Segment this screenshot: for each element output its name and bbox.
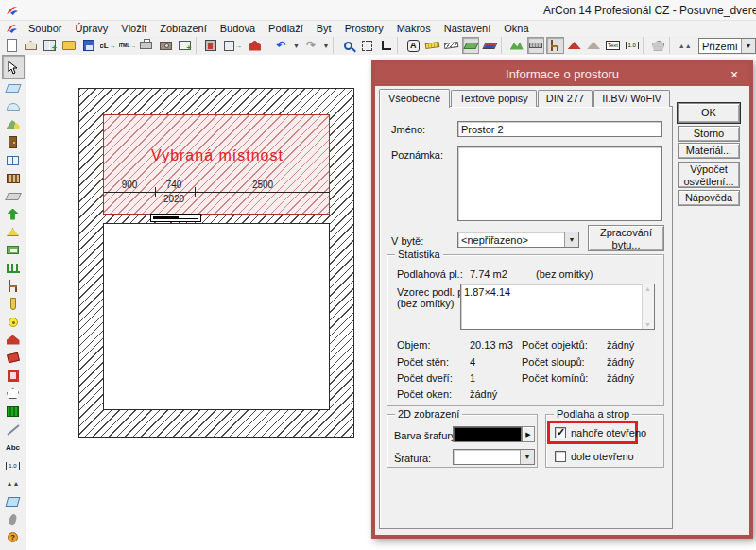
help-icon[interactable]: ?	[2, 528, 25, 546]
green-hatch-icon[interactable]	[2, 403, 25, 421]
zoom-icon[interactable]	[339, 37, 356, 54]
dialog-titlebar[interactable]: Informace o prostoru	[375, 63, 749, 86]
line-icon[interactable]	[2, 421, 25, 438]
building-icon[interactable]	[202, 37, 219, 54]
select-region-icon[interactable]	[359, 37, 376, 54]
menu-podlazi[interactable]: Podlaží	[262, 22, 310, 35]
plan-window-icon[interactable]: →	[222, 37, 245, 54]
door-icon[interactable]	[2, 133, 25, 151]
hatch-color-swatch[interactable]	[453, 426, 522, 442]
column-icon[interactable]	[2, 295, 25, 313]
ok-button[interactable]: OK	[678, 103, 740, 123]
ruler-icon[interactable]	[423, 37, 440, 54]
export-cl-icon[interactable]: cL→	[99, 37, 116, 54]
terrain-icon[interactable]	[507, 37, 524, 54]
save-icon[interactable]	[79, 37, 96, 54]
grey-ruler-icon[interactable]	[527, 37, 544, 54]
scroll-up-icon[interactable]: ▲	[644, 285, 651, 292]
skylight-icon[interactable]	[2, 187, 25, 205]
project-home-icon[interactable]	[246, 37, 263, 54]
wall-icon[interactable]	[2, 79, 25, 97]
sliding-door-symbol[interactable]	[150, 214, 201, 222]
furniture-icon[interactable]	[546, 37, 563, 54]
window-icon[interactable]	[2, 151, 25, 169]
camera-icon[interactable]	[157, 37, 174, 54]
polygon-tool-icon[interactable]	[2, 385, 25, 403]
menu-budova[interactable]: Budova	[214, 22, 262, 35]
floor-selector[interactable]: Přízemí ▼	[698, 38, 756, 54]
text-abc-icon[interactable]: Abc	[2, 438, 25, 456]
bottom-open-checkbox[interactable]	[555, 451, 566, 462]
new-view-icon[interactable]: +	[42, 37, 59, 54]
tab-textove-popisy[interactable]: Textové popisy	[451, 90, 537, 107]
cancel-button[interactable]: Storno	[678, 126, 740, 142]
walkthrough-icon[interactable]	[2, 510, 25, 528]
coordinate-axes-icon[interactable]	[378, 37, 395, 54]
formula-scrollbar[interactable]: ▲ ▼	[642, 284, 654, 329]
menu-prostory[interactable]: Prostory	[338, 22, 390, 35]
light-icon[interactable]	[2, 313, 25, 331]
fence-icon[interactable]	[2, 169, 25, 187]
top-open-checkbox[interactable]	[555, 427, 566, 438]
selected-room[interactable]	[103, 114, 330, 215]
red-plate-icon[interactable]	[2, 349, 25, 367]
menu-vlozit[interactable]: Vložit	[114, 22, 153, 35]
new-screen-icon[interactable]: +	[176, 37, 193, 54]
export-html-icon[interactable]: HTML→	[118, 37, 135, 54]
select-arrow-icon[interactable]	[2, 55, 25, 79]
hatch-ruler-icon[interactable]	[443, 37, 460, 54]
menu-upravy[interactable]: Úpravy	[68, 22, 114, 35]
name-input[interactable]: Prostor 2	[457, 121, 662, 137]
hatch-color-picker-icon[interactable]: ▶	[522, 426, 535, 442]
undo-menu-icon[interactable]: ▼	[292, 37, 301, 54]
open-folder-icon[interactable]	[60, 37, 77, 54]
slope-green-icon[interactable]	[462, 37, 479, 54]
help-button[interactable]: Nápověda	[678, 190, 740, 206]
stairs-icon[interactable]	[2, 205, 25, 223]
process-flat-button[interactable]: Zpracování bytu...	[588, 225, 664, 251]
roof-red-icon[interactable]	[566, 37, 583, 54]
room-outline-icon[interactable]	[2, 367, 25, 385]
roof-grey-icon[interactable]	[585, 37, 602, 54]
new-document-icon[interactable]	[3, 37, 20, 54]
flat-combobox-dropdown-icon[interactable]: ▼	[564, 232, 578, 247]
menu-zobrazeni[interactable]: Zobrazení	[153, 22, 214, 35]
balcony-icon[interactable]	[2, 241, 25, 259]
chair-icon[interactable]	[2, 277, 25, 295]
triangles-icon[interactable]: ▲▲	[677, 37, 694, 54]
material-button[interactable]: Materiál...	[678, 143, 740, 159]
print-icon[interactable]	[138, 37, 155, 54]
menu-nastaveni[interactable]: Nastavení	[438, 22, 498, 35]
flat-combobox[interactable]: <nepřiřazeno> ▼	[457, 232, 579, 248]
menu-makros[interactable]: Makros	[390, 22, 438, 35]
tab-din-277[interactable]: DIN 277	[538, 90, 593, 107]
autotext-icon[interactable]: A	[404, 37, 421, 54]
menu-okna[interactable]: Okna	[497, 22, 535, 35]
view-3d-icon[interactable]	[2, 492, 25, 510]
tab-vseobecne[interactable]: Všeobecně	[379, 89, 450, 108]
polygon-icon[interactable]	[650, 37, 667, 54]
red-house-icon[interactable]	[2, 331, 25, 349]
railing-icon[interactable]	[2, 259, 25, 277]
undo-icon[interactable]: ↶	[272, 37, 289, 54]
dimension-icon[interactable]: 1.0	[2, 456, 25, 474]
menu-soubor[interactable]: Soubor	[22, 22, 68, 35]
menu-byt[interactable]: Byt	[310, 22, 338, 35]
angle-dimension-icon[interactable]: ▲▲	[2, 474, 25, 492]
dimension-tool-icon[interactable]: 1.0	[624, 37, 641, 54]
ceiling-dome-icon[interactable]	[2, 97, 25, 115]
dormer-icon[interactable]	[2, 223, 25, 241]
redo-menu-icon[interactable]: ▼	[321, 37, 330, 54]
scroll-down-icon[interactable]: ▼	[644, 321, 651, 328]
formula-textarea[interactable]: 1.87×4.14 ▲ ▼	[460, 284, 655, 330]
text-tool-icon[interactable]: Text	[604, 37, 621, 54]
slope-colored-icon[interactable]	[481, 37, 498, 54]
roof-icon[interactable]	[2, 115, 25, 133]
floor-plan-walls[interactable]: Vybraná místnost 900 740 2500 2020	[78, 88, 354, 438]
open-project-icon[interactable]	[22, 37, 39, 54]
lower-room[interactable]	[103, 223, 330, 410]
lighting-calc-button[interactable]: Výpočet osvětlení...	[678, 162, 740, 188]
hatch-combobox[interactable]: ▼	[453, 449, 535, 465]
dialog-close-icon[interactable]: ✕	[727, 67, 742, 82]
note-textarea[interactable]	[457, 146, 662, 221]
